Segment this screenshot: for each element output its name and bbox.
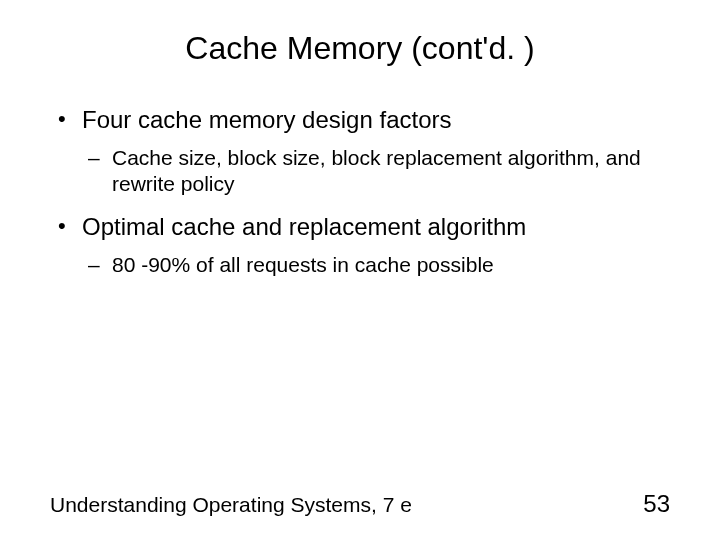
sub-bullet-item: Cache size, block size, block replacemen… (82, 145, 670, 198)
slide: Cache Memory (cont'd. ) Four cache memor… (0, 0, 720, 540)
bullet-text: Optimal cache and replacement algorithm (82, 213, 526, 240)
sub-bullet-list: 80 -90% of all requests in cache possibl… (82, 252, 670, 278)
bullet-list: Four cache memory design factors Cache s… (50, 105, 670, 278)
page-number: 53 (643, 490, 670, 518)
slide-footer: Understanding Operating Systems, 7 e 53 (50, 490, 670, 518)
slide-content: Four cache memory design factors Cache s… (50, 105, 670, 278)
bullet-item: Optimal cache and replacement algorithm … (50, 212, 670, 278)
slide-title: Cache Memory (cont'd. ) (50, 30, 670, 67)
sub-bullet-list: Cache size, block size, block replacemen… (82, 145, 670, 198)
footer-source: Understanding Operating Systems, 7 e (50, 493, 412, 517)
bullet-item: Four cache memory design factors Cache s… (50, 105, 670, 198)
bullet-text: Four cache memory design factors (82, 106, 451, 133)
sub-bullet-item: 80 -90% of all requests in cache possibl… (82, 252, 670, 278)
